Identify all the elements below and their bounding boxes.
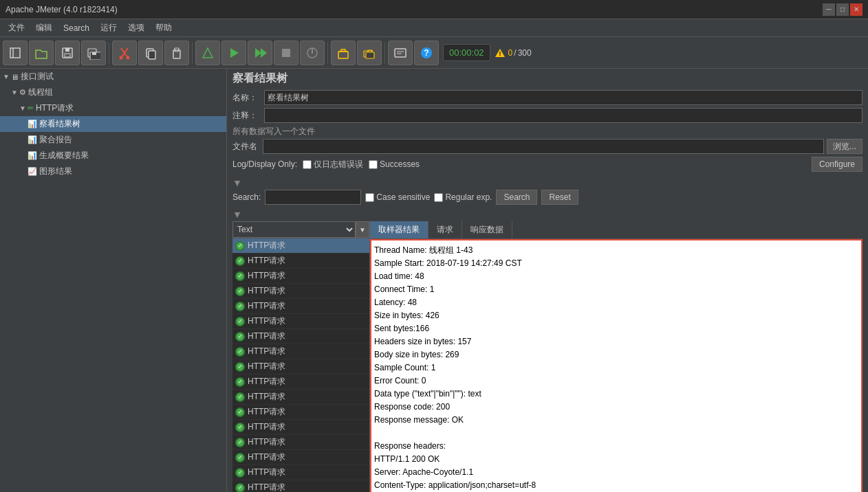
sample-success-icon: ✓ [235,483,245,493]
sample-item[interactable]: ✓ HTTP请求 [232,465,369,480]
sample-item[interactable]: ✓ HTTP请求 [232,344,369,359]
menu-help[interactable]: 帮助 [150,21,177,35]
sample-item[interactable]: ✓ HTTP请求 [232,359,369,374]
file-row: 文件名 浏览... [232,139,862,154]
success-checkbox[interactable] [369,160,378,169]
menu-file[interactable]: 文件 [3,21,30,35]
browse-button[interactable]: 浏览... [827,139,862,154]
toggle-thread[interactable]: ▼ [11,89,18,96]
file-input[interactable] [263,139,824,154]
search-label: Search: [232,192,261,202]
copy-button[interactable] [138,41,163,65]
tree-item-result-tree[interactable]: 📊 察看结果树 [0,116,226,132]
sample-item[interactable]: ✓ HTTP请求 [232,269,369,284]
sample-item-label: HTTP请求 [248,285,285,297]
tree-item-http[interactable]: ▼ ✏ HTTP请求 [0,100,226,116]
sample-item[interactable]: ✓ HTTP请求 [232,435,369,450]
svg-rect-18 [282,49,290,57]
sample-item[interactable]: ✓ HTTP请求 [232,329,369,344]
error-only-checkbox[interactable] [303,160,312,169]
new-button[interactable] [3,41,28,65]
sample-item[interactable]: ✓ HTTP请求 [232,299,369,314]
sample-success-icon: ✓ [235,271,245,281]
svg-marker-17 [261,48,267,58]
paste-button[interactable] [164,41,189,65]
toggle-interface[interactable]: ▼ [3,73,10,80]
sample-item[interactable]: ✓ HTTP请求 [232,480,369,492]
menu-options[interactable]: 选项 [122,21,150,35]
save-all-button[interactable] [81,41,106,65]
function-helper-button[interactable] [388,41,413,65]
toggle-http[interactable]: ▼ [19,104,26,112]
tree-item-aggregate[interactable]: 📊 聚合报告 [0,132,226,148]
case-sensitive-item: Case sensitive [365,192,430,202]
tree-item-thread[interactable]: ▼ ⚙ 线程组 [0,85,226,100]
open-button[interactable] [29,41,54,65]
sample-item[interactable]: ✓ HTTP请求 [232,420,369,435]
tree-item-summary[interactable]: 📊 生成概要结果 [0,148,226,164]
sample-item-label: HTTP请求 [248,406,285,418]
menu-edit[interactable]: 编辑 [30,21,58,35]
max-count: / [514,48,516,58]
tab-request[interactable]: 请求 [428,221,462,238]
toolbar: ? 00:00:02 ! 0 / 300 [0,37,868,69]
detail-line-2: Sample Start: 2018-07-19 14:27:49 CST [374,257,858,269]
sample-item[interactable]: ✓ HTTP请求 [232,284,369,299]
sample-item[interactable]: ✓ HTTP请求 [232,254,369,269]
sample-item[interactable]: ✓ HTTP请求 [232,374,369,390]
reset-button[interactable]: Reset [541,190,578,205]
minimize-button[interactable]: ─ [823,3,835,16]
tab-sampler-result[interactable]: 取样器结果 [370,221,428,238]
tree-item-graph[interactable]: 📈 图形结果 [0,164,226,179]
comment-input[interactable] [264,108,862,123]
search-button[interactable]: Search [496,190,537,205]
regular-exp-checkbox[interactable] [434,193,443,202]
sample-list-header: Text Regexp Tester CSS/JQuery Tester JSO… [232,221,369,238]
detail-line-12: Data type ("text"|"bin"|""): text [374,388,858,400]
stop-button[interactable] [274,41,299,65]
detail-line-10: Sample Count: 1 [374,361,858,374]
sample-item-label: HTTP请求 [248,300,285,312]
search-input[interactable] [265,190,361,205]
start-button[interactable] [221,41,246,65]
clear-all-button[interactable] [357,41,382,65]
sample-item[interactable]: ✓ HTTP请求 [232,450,369,465]
list-scroll-button[interactable]: ▼ [356,221,369,238]
sample-success-icon: ✓ [235,392,245,402]
svg-text:?: ? [424,48,428,58]
sample-success-icon: ✓ [235,347,245,357]
save-button[interactable] [55,41,80,65]
close-button[interactable]: ✕ [850,3,862,16]
sample-type-select[interactable]: Text Regexp Tester CSS/JQuery Tester JSO… [232,221,356,238]
main-layout: ▼ 🖥 接口测试 ▼ ⚙ 线程组 ▼ ✏ HTTP请求 📊 察看结果树 📊 聚合… [0,69,868,492]
configure-button[interactable]: Configure [812,157,862,172]
name-input[interactable] [264,90,862,105]
expand-button[interactable] [195,41,220,65]
clear-button[interactable] [331,41,356,65]
start-no-pause-button[interactable] [248,41,272,65]
menu-run[interactable]: 运行 [95,21,122,35]
sample-list: ✓ HTTP请求 ✓ HTTP请求 ✓ HTTP请求 ✓ [232,238,369,492]
tab-response-data[interactable]: 响应数据 [462,221,512,238]
svg-marker-14 [203,48,213,58]
detail-line-1: Thread Name: 线程组 1-43 [374,244,858,256]
cut-button[interactable] [112,41,137,65]
sample-item[interactable]: ✓ HTTP请求 [232,390,369,405]
sample-item[interactable]: ✓ HTTP请求 [232,405,369,420]
separator-1 [109,43,109,63]
log-display-label: Log/Display Only: [232,159,297,169]
detail-line-9: Body size in bytes: 269 [374,348,858,361]
help-button[interactable]: ? [414,41,439,65]
divider-arrow-2: ▼ [232,209,862,220]
name-row: 名称： [232,90,862,105]
svg-rect-0 [10,48,20,58]
sample-item[interactable]: ✓ HTTP请求 [232,314,369,329]
detail-line-14: Response message: OK [374,414,858,426]
sample-item-label: HTTP请求 [248,391,285,403]
maximize-button[interactable]: □ [836,3,849,16]
sample-item[interactable]: ✓ HTTP请求 [232,238,369,254]
case-sensitive-checkbox[interactable] [365,193,374,202]
shutdown-button[interactable] [300,41,325,65]
tree-item-interface[interactable]: ▼ 🖥 接口测试 [0,69,226,85]
menu-search[interactable]: Search [58,22,95,34]
